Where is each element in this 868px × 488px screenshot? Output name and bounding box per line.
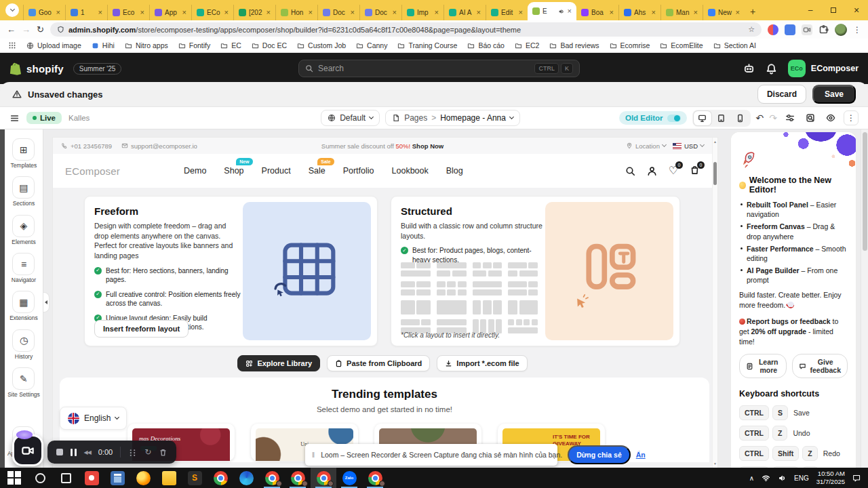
tab-close-icon[interactable]: × — [98, 9, 102, 16]
loom-camera-bubble[interactable] — [12, 434, 43, 466]
taskbar-app[interactable] — [156, 468, 182, 488]
sidebar-item[interactable]: ◷ History — [12, 329, 35, 360]
language-default-dropdown[interactable]: Default — [321, 110, 380, 126]
toggle-switch[interactable] — [667, 115, 681, 122]
menu-hamburger-icon[interactable] — [9, 114, 20, 123]
taskbar-app[interactable] — [182, 468, 208, 488]
sidekick-icon[interactable] — [743, 63, 755, 75]
sidebar-collapse-handle[interactable] — [43, 292, 50, 312]
browser-tab[interactable]: AI A × — [443, 5, 486, 20]
bookmark-item[interactable]: Custom Job — [297, 41, 346, 49]
layout-thumbnail[interactable] — [437, 262, 467, 277]
bookmark-item[interactable]: Báo cáo — [467, 41, 505, 49]
close-button[interactable]: × — [845, 0, 868, 20]
tablet-view-button[interactable] — [713, 111, 730, 125]
insert-freeform-button[interactable]: Insert freeform layout — [94, 320, 189, 338]
browser-tab[interactable]: Man × — [660, 5, 703, 20]
learn-more-button[interactable]: Learn more — [739, 354, 787, 378]
page-scrollbar[interactable] — [861, 129, 868, 468]
save-button[interactable]: Save — [812, 85, 856, 104]
browser-profile-avatar[interactable] — [835, 24, 847, 36]
layout-thumbnail[interactable] — [508, 262, 538, 277]
cart-button[interactable]: 0 — [690, 165, 700, 178]
account-icon[interactable] — [647, 166, 657, 176]
bookmark-item[interactable]: Section AI — [713, 41, 756, 49]
browser-tab[interactable]: Goo × — [23, 5, 65, 20]
currency-selector[interactable]: USD — [673, 142, 704, 150]
clock[interactable]: 10:50 AM31/7/2025 — [816, 470, 845, 487]
tab-close-icon[interactable]: × — [140, 9, 144, 16]
trash-icon[interactable] — [159, 448, 167, 457]
extensions-puzzle-icon[interactable] — [818, 24, 829, 35]
bookmark-item[interactable]: Canny — [356, 41, 387, 49]
layout-thumbnail[interactable] — [508, 281, 538, 296]
taskbar-app[interactable] — [130, 468, 156, 488]
stop-sharing-button[interactable]: Dừng chia sẻ — [568, 445, 631, 464]
store-menu-item[interactable]: Product — [262, 166, 291, 176]
scroll-thumb[interactable] — [713, 162, 717, 185]
old-editor-toggle[interactable]: Old Editor — [619, 111, 687, 125]
browser-tab[interactable]: Doc × — [359, 5, 401, 20]
tab-close-icon[interactable]: × — [351, 9, 355, 16]
store-menu-item[interactable]: Sale Sale — [309, 166, 326, 176]
taskbar-app[interactable] — [104, 468, 130, 488]
give-feedback-button[interactable]: Give feedback — [792, 354, 848, 378]
tab-close-icon[interactable]: × — [182, 9, 186, 16]
layout-thumbnail[interactable] — [437, 300, 467, 314]
shopify-logo[interactable]: shopify Summer '25 — [9, 62, 121, 76]
bookmark-item[interactable]: Doc EC — [252, 41, 287, 49]
tab-close-icon[interactable]: × — [477, 9, 481, 16]
input-language[interactable]: ENG — [794, 474, 809, 482]
rewind-button[interactable]: ◀◀ — [84, 449, 91, 455]
scroll-down-icon[interactable]: ▼ — [713, 462, 717, 466]
tab-close-icon[interactable]: × — [694, 9, 698, 16]
browser-tab[interactable]: Hon × — [275, 5, 317, 20]
tab-close-icon[interactable]: × — [393, 9, 397, 16]
layout-thumbnail[interactable] — [508, 300, 538, 314]
url-field[interactable]: admin.shopify.com/store/ecomposer-testin… — [50, 22, 762, 37]
browser-tab[interactable]: [202 × — [233, 5, 275, 20]
redo-button[interactable]: ↷ — [769, 113, 777, 123]
browser-tab[interactable]: Eco × — [107, 5, 149, 20]
tab-search-button[interactable] — [5, 3, 19, 17]
tab-close-icon[interactable]: × — [610, 9, 614, 16]
layout-thumbnail[interactable] — [473, 300, 502, 314]
tab-close-icon[interactable]: × — [224, 9, 229, 16]
bookmark-star-icon[interactable]: ☆ — [748, 25, 755, 34]
taskbar-app[interactable] — [311, 468, 336, 488]
bookmark-item[interactable]: EC2 — [515, 41, 539, 49]
admin-search-input[interactable]: Search CTRLK — [298, 60, 580, 77]
location-selector[interactable]: Location — [626, 142, 666, 150]
bookmark-item[interactable]: Traning Course — [397, 41, 457, 49]
bookmark-item[interactable]: Nitro apps — [125, 41, 168, 49]
apps-grid-icon[interactable] — [8, 41, 16, 49]
tab-close-icon[interactable]: × — [568, 7, 572, 15]
tab-close-icon[interactable]: × — [736, 9, 740, 16]
language-switcher[interactable]: English — [60, 407, 127, 430]
screenshot-extension-icon[interactable] — [802, 24, 812, 35]
taskbar-app[interactable] — [79, 468, 104, 488]
action-button[interactable]: Explore Library — [237, 355, 320, 371]
desktop-view-button[interactable] — [694, 111, 711, 125]
tab-close-icon[interactable]: × — [56, 9, 60, 16]
scroll-thumb[interactable] — [863, 132, 867, 251]
bookmark-item[interactable]: Fontify — [178, 41, 211, 49]
support-email[interactable]: support@ecomposer.io — [121, 142, 197, 150]
drawing-tools-icon[interactable] — [128, 448, 137, 457]
layout-thumbnail[interactable] — [401, 300, 431, 314]
site-info-icon[interactable] — [57, 26, 64, 33]
visibility-button[interactable] — [823, 110, 838, 125]
loom-extension-icon[interactable] — [768, 24, 778, 35]
undo-button[interactable]: ↶ — [756, 113, 764, 123]
notification-center-icon[interactable] — [852, 474, 861, 483]
scroll-up-icon[interactable]: ▲ — [713, 140, 717, 144]
bookmark-item[interactable]: Bad reviews — [549, 41, 599, 49]
page-selector-dropdown[interactable]: Pages > Homepage - Anna — [385, 110, 520, 126]
layout-thumbnail[interactable] — [473, 281, 502, 296]
notifications-bell-icon[interactable] — [766, 63, 777, 75]
wifi-icon[interactable] — [762, 474, 770, 483]
action-button[interactable]: Import *.ecom file — [437, 355, 527, 371]
layout-thumbnail[interactable] — [401, 281, 431, 296]
settings-sliders-button[interactable] — [783, 110, 797, 125]
layout-thumbnail[interactable] — [437, 281, 467, 296]
